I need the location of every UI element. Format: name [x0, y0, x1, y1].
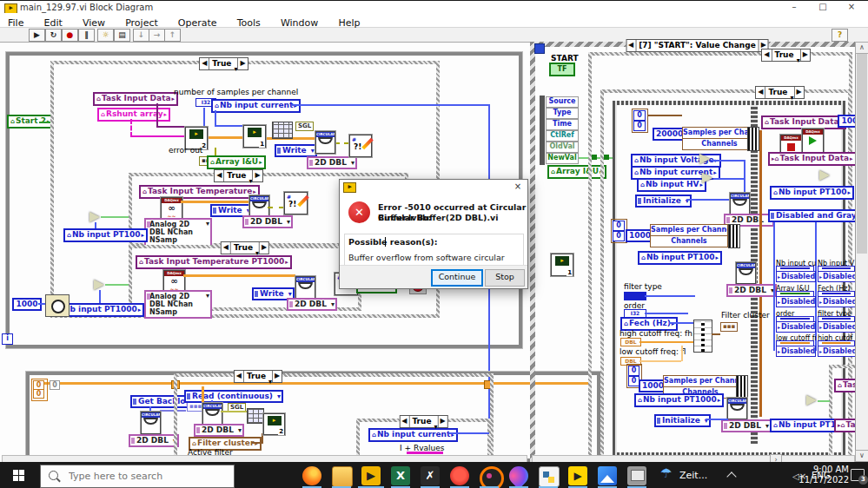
scroll-up-icon[interactable]: ∧ [855, 42, 868, 54]
stop-button[interactable]: Stop [485, 269, 525, 287]
circular-buffer-vi-icon[interactable]: CIRCULAR [202, 403, 222, 425]
dbl-terminal[interactable]: DBL [620, 338, 641, 346]
property-disabled[interactable]: Disabled [776, 271, 816, 282]
dialog-close-icon[interactable]: × [510, 181, 526, 193]
case-next-icon[interactable] [800, 49, 810, 61]
property-disabled[interactable]: Disabled [776, 346, 816, 357]
case-prev-icon[interactable] [200, 58, 209, 69]
constant-0[interactable]: 0 [33, 389, 44, 399]
clear-errors-vi-icon[interactable]: # ?! [349, 135, 372, 157]
bundle-cluster-node[interactable] [693, 320, 712, 353]
terminal-task-input-temperature[interactable]: Task Input Temperature [139, 185, 260, 199]
dropdown-2d-dbl[interactable]: 2D DBL [242, 215, 293, 228]
image-viewer-icon[interactable] [627, 466, 646, 485]
iteration-terminal[interactable]: i [2, 333, 13, 345]
excel-icon[interactable]: X [391, 466, 410, 485]
case-selector[interactable]: True [199, 57, 248, 70]
dropdown-disabled-grayed-out[interactable]: Disabled and Grayed Out [768, 209, 861, 222]
case-next-icon[interactable] [438, 416, 447, 427]
terminal-array-iu[interactable]: Array I&U [207, 155, 266, 169]
constant-0[interactable]: 0 [633, 121, 646, 131]
retain-wire-values-icon[interactable]: ▤ [114, 29, 130, 42]
case-selector[interactable]: True [214, 169, 262, 182]
terminal-nb-input-current[interactable]: Nb input current [368, 428, 458, 442]
camera-app-icon[interactable] [480, 466, 504, 488]
abort-icon[interactable]: ● [62, 29, 78, 42]
circular-buffer-vi-icon[interactable]: CIRCULAR [315, 131, 335, 154]
red-dot-app-icon[interactable] [450, 466, 469, 485]
dropdown-initialize[interactable]: Initialize [635, 195, 692, 208]
dropdown-read-continuous[interactable]: Read (continuous) [184, 390, 283, 403]
photos-icon[interactable] [598, 466, 617, 485]
constant-0[interactable]: 0 [613, 221, 625, 231]
event-field-source[interactable]: Source [546, 96, 579, 108]
terminal-task-input-data[interactable]: Task Input Data [761, 115, 846, 129]
terminal-nb-input-current[interactable]: Nb input current [211, 99, 301, 113]
highlight-execution-icon[interactable]: ☼ [97, 29, 114, 42]
add-node[interactable] [702, 173, 712, 183]
weather-icon[interactable]: ☂ [660, 468, 672, 479]
firefox-icon[interactable] [302, 466, 321, 485]
case-next-icon[interactable] [259, 242, 268, 254]
chevron-up-icon[interactable] [726, 472, 736, 481]
property-disabled[interactable]: Disabled [818, 271, 857, 282]
case-selector[interactable]: True [234, 370, 282, 383]
terminal-nb-input-hv[interactable]: Nb input HV [637, 178, 706, 192]
case-next-icon[interactable] [237, 58, 247, 69]
case-prev-icon[interactable] [762, 49, 772, 61]
bundle-channels[interactable]: Channels [650, 235, 728, 247]
case-prev-icon[interactable] [756, 87, 765, 98]
terminal-nb-input-pt100[interactable]: Nb input PT100 [638, 251, 722, 265]
table-vi-icon[interactable] [247, 408, 264, 424]
case-prev-icon[interactable] [222, 242, 231, 254]
scroll-down-icon[interactable]: ∨ [855, 450, 868, 462]
daqmx-start-vi-icon[interactable]: DAQmx [802, 129, 824, 153]
case-next-icon[interactable] [272, 371, 282, 382]
subvi-measure-1-icon[interactable]: ▸ 1 [551, 254, 573, 276]
bundle-channels[interactable]: Channels [682, 138, 757, 150]
case-prev-icon[interactable] [400, 416, 409, 427]
case-selector[interactable]: True [399, 415, 447, 428]
comparison-node[interactable] [89, 212, 100, 222]
labview-icon[interactable]: ▶ [361, 466, 381, 485]
event-prev-icon[interactable] [626, 40, 636, 51]
subvi-measure-1-icon[interactable]: ▸ 1 [243, 125, 266, 148]
start-button[interactable] [0, 462, 40, 488]
dropdown-2d-dbl[interactable]: 2D DBL [721, 419, 772, 432]
dropdown-analog-2d-dbl[interactable]: Analog 2D DBL NChan NSamp [144, 290, 212, 319]
property-disabled[interactable]: Disabled [818, 346, 857, 357]
property-disabled[interactable]: Disabled [776, 296, 816, 307]
comparison-node[interactable] [94, 280, 104, 290]
case-selector[interactable]: True [755, 86, 804, 99]
clear-errors-vi-icon[interactable]: # ?! [284, 192, 308, 214]
run-icon[interactable]: ▶ [29, 29, 45, 42]
x-app-icon[interactable]: ✗ [421, 466, 440, 485]
case-next-icon[interactable] [252, 170, 262, 181]
constant-1000[interactable]: 1000 [12, 298, 42, 311]
terminal-nb-input-pt1000[interactable]: Nb input PT1000 [634, 393, 724, 407]
dropdown-2d-dbl[interactable]: 2D DBL [307, 156, 357, 169]
event-field-ctlref[interactable]: CtlRef [546, 130, 579, 142]
comparison-node[interactable] [806, 395, 817, 406]
step-over-icon[interactable]: → [149, 29, 165, 42]
dropdown-initialize[interactable]: Initialize [654, 414, 711, 427]
bundle-samples-per-channel[interactable]: Samples per Channel [650, 224, 728, 236]
scrollbar-thumb[interactable] [857, 54, 867, 254]
local-variable-task-input-data[interactable]: Task Input Data [768, 152, 857, 166]
constant-0[interactable]: 0 [628, 366, 639, 376]
event-selector[interactable]: [7] "START": Value Change [626, 39, 769, 52]
terminal-nb-input-pt100[interactable]: Nb input PT100 [63, 228, 148, 242]
add-node[interactable] [699, 154, 710, 164]
circular-buffer-vi-icon[interactable]: CIRCULAR [727, 398, 747, 419]
search-input[interactable] [67, 468, 227, 485]
event-field-oldval[interactable]: OldVal [546, 142, 579, 153]
constant-0-gray[interactable]: 0 [50, 380, 60, 390]
dropdown-write[interactable]: Write [275, 144, 317, 157]
circular-buffer-vi-icon[interactable]: CIRCULAR [295, 276, 315, 299]
event-field-newval[interactable]: NewVal [546, 153, 579, 164]
step-into-icon[interactable]: ↓ [133, 29, 149, 42]
case-selector[interactable]: True [761, 49, 810, 62]
case-next-icon[interactable] [794, 87, 804, 98]
property-disabled[interactable]: Disabled [818, 321, 857, 333]
context-help-icon[interactable]: ? [832, 29, 848, 42]
